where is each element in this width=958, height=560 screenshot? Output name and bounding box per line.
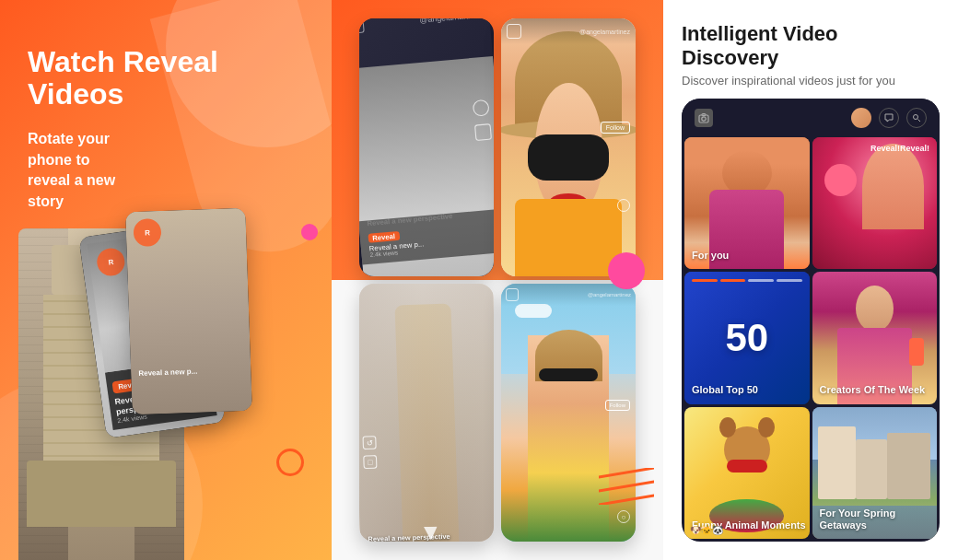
phone-screen-bottom-left: Reveal a new perspective ↺ □ (359, 284, 494, 542)
for-you-label: For you (692, 250, 729, 262)
screen-username-right: @angelamartinez (579, 29, 630, 35)
camera-icon[interactable] (695, 109, 713, 127)
avatar-icon[interactable] (851, 108, 871, 128)
svg-line-7 (918, 120, 921, 122)
follow-button-top[interactable]: Follow (601, 122, 630, 134)
svg-rect-3 (699, 115, 708, 122)
svg-line-2 (599, 496, 654, 505)
creators-label: Creators Of The Week (820, 384, 926, 396)
top50-bar-1 (692, 279, 718, 282)
pink-circle-decoration (608, 252, 645, 289)
spring-label: For Your Spring Getaways (820, 508, 938, 531)
left-panel: Watch Reveal Videos Rotate your phone to… (0, 0, 332, 560)
discovery-title: Intelligent Video Discovery (682, 22, 940, 70)
video-cell-creators[interactable]: Creators Of The Week (812, 272, 938, 403)
top50-bar-2 (720, 279, 746, 282)
app-mockup: For you Reveal!Reveal! (682, 99, 940, 542)
main-title: Watch Reveal Videos (28, 46, 218, 111)
subtitle-text: Rotate your phone to reveal a new story (28, 129, 218, 212)
orange-lines-decoration (599, 468, 654, 505)
screen-username-left: @angelamartinez (419, 18, 484, 24)
sunglasses-shape (528, 134, 609, 181)
screen-username-br: @angelamartinez (588, 292, 631, 298)
rotated-phone-cards: R Reveal Reveal a new perspective 2.4k v… (92, 210, 276, 505)
video-cell-top50[interactable]: 50 Global Top 50 (684, 272, 810, 403)
woman-sunglasses-image (501, 18, 636, 276)
search-icon[interactable] (906, 108, 927, 128)
topbar-right-icons (851, 108, 927, 128)
phone-screens-grid: @angelamartinez Reveal a new perspective… (359, 18, 636, 542)
top50-number: 50 (725, 316, 768, 360)
pink-dot-decoration (301, 224, 318, 240)
video-grid: For you Reveal!Reveal! (682, 137, 940, 542)
right-panel-header: Intelligent Video Discovery Discover ins… (663, 0, 958, 99)
phone-screen-top-left: @angelamartinez Reveal a new perspective… (359, 18, 494, 276)
video-cell-for-you[interactable]: For you (684, 137, 810, 269)
right-panel: Intelligent Video Discovery Discover ins… (663, 0, 958, 560)
left-text-block: Watch Reveal Videos Rotate your phone to… (28, 46, 218, 212)
message-icon[interactable] (879, 108, 899, 128)
top50-label: Global Top 50 (692, 384, 758, 396)
svg-line-0 (599, 468, 654, 477)
video-cell-reveal[interactable]: Reveal!Reveal! (812, 137, 938, 269)
video-cell-funny[interactable]: Funny Animal Moments 🐶🐱🐼 (684, 407, 810, 539)
dog-glasses (727, 460, 767, 472)
follow-button-bottom[interactable]: Follow (605, 400, 630, 411)
top50-bars (692, 279, 802, 282)
video-cell-spring[interactable]: For Your Spring Getaways (812, 407, 938, 539)
phone-screen-top-right: @angelamartinez Follow (501, 18, 636, 276)
discovery-subtitle: Discover inspirational videos just for y… (682, 74, 940, 88)
shirt-shape (515, 199, 623, 276)
reveal-label: Reveal!Reveal! (870, 145, 929, 154)
middle-panel: @angelamartinez Reveal a new perspective… (332, 0, 663, 560)
top50-bar-3 (748, 279, 774, 282)
orange-outline-dot (276, 449, 304, 476)
svg-point-4 (702, 117, 706, 121)
app-topbar (682, 99, 940, 137)
svg-point-6 (914, 115, 918, 120)
svg-line-1 (599, 482, 654, 491)
funny-emoji: 🐶🐱🐼 (690, 525, 723, 535)
phone-card-2: R Reveal a new p... (125, 208, 252, 414)
top50-bar-4 (777, 279, 802, 282)
